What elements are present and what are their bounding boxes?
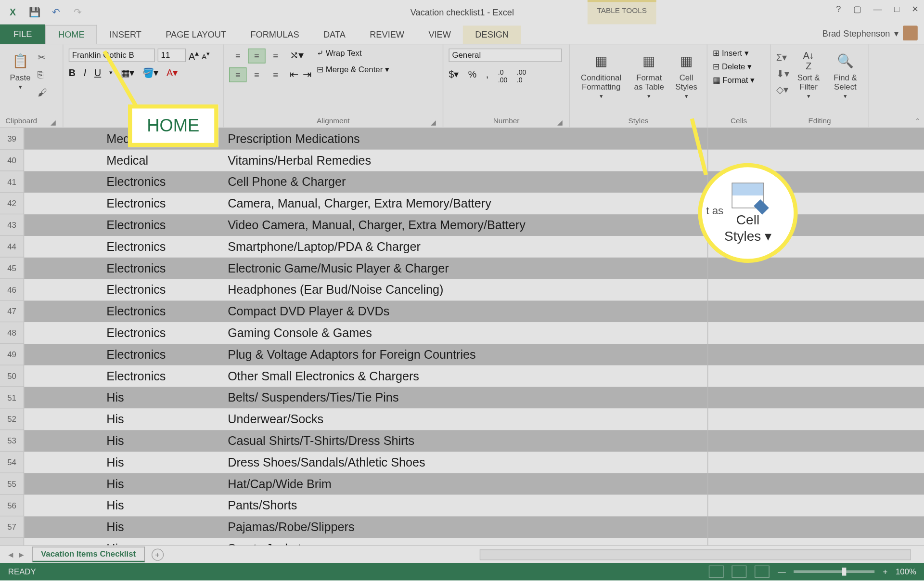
cell-item[interactable]: Hat/Cap/Wide Brim	[222, 477, 707, 491]
align-middle-button[interactable]: ≡	[248, 49, 265, 64]
tab-data[interactable]: DATA	[311, 26, 358, 44]
comma-button[interactable]: ,	[486, 69, 488, 84]
percent-button[interactable]: %	[468, 69, 476, 84]
cell-item[interactable]: Electronic Game/Music Player & Charger	[222, 261, 707, 275]
find-select-button[interactable]: 🔍Find & Select▾	[827, 49, 863, 101]
increase-indent-button[interactable]: ⇥	[303, 68, 311, 81]
table-row[interactable]: HisHat/Cap/Wide Brim	[24, 473, 924, 495]
cell-category[interactable]: Electronics	[101, 240, 222, 254]
row-header[interactable]: 44	[0, 236, 24, 258]
table-row[interactable]: HisDress Shoes/Sandals/Athletic Shoes	[24, 452, 924, 473]
tab-review[interactable]: REVIEW	[358, 26, 416, 44]
cell-category[interactable]: Electronics	[101, 304, 222, 318]
sort-filter-button[interactable]: A↓ZSort & Filter▾	[792, 49, 824, 101]
orientation-button[interactable]: ⤭▾	[290, 49, 311, 62]
zoom-slider[interactable]	[794, 570, 875, 573]
row-header[interactable]: 55	[0, 473, 24, 495]
restore-icon[interactable]: □	[894, 4, 899, 14]
cell-category[interactable]: His	[101, 390, 222, 404]
delete-cells-button[interactable]: ⊟ Delete ▾	[713, 62, 751, 72]
new-sheet-button[interactable]: +	[151, 548, 163, 560]
row-header[interactable]: 50	[0, 365, 24, 387]
minimize-icon[interactable]: —	[873, 4, 882, 14]
row-header[interactable]: 53	[0, 430, 24, 452]
table-row[interactable]: HisPants/Shorts	[24, 495, 924, 517]
cell-item[interactable]: Casual Shirts/T-Shirts/Dress Shirts	[222, 434, 707, 448]
cell-item[interactable]: Plug & Voltage Adaptors for Foreign Coun…	[222, 348, 707, 362]
cell-item[interactable]: Prescription Medications	[222, 132, 707, 146]
number-format-input[interactable]	[449, 49, 562, 62]
cell-styles-button[interactable]: ▦Cell Styles▾	[671, 49, 702, 101]
autosum-button[interactable]: Σ▾	[776, 51, 790, 63]
underline-button[interactable]: U	[94, 67, 101, 78]
paste-button[interactable]: 📋 Paste▾	[5, 49, 35, 92]
tab-view[interactable]: VIEW	[416, 26, 463, 44]
cell-category[interactable]: His	[101, 477, 222, 491]
table-row[interactable]: ElectronicsGaming Console & Games	[24, 322, 924, 344]
sheet-tab[interactable]: Vacation Items Checklist	[32, 546, 144, 562]
collapse-ribbon-icon[interactable]: ⌃	[915, 117, 920, 125]
font-size-input[interactable]	[158, 49, 186, 62]
cell-item[interactable]: Underwear/Socks	[222, 412, 707, 426]
tab-insert[interactable]: INSERT	[97, 26, 154, 44]
cell-category[interactable]: Electronics	[101, 326, 222, 340]
save-icon[interactable]: 💾	[28, 6, 40, 18]
table-row[interactable]: ElectronicsPlug & Voltage Adaptors for F…	[24, 344, 924, 365]
cell-item[interactable]: Pajamas/Robe/Slippers	[222, 520, 707, 534]
close-icon[interactable]: ✕	[911, 4, 919, 14]
tab-file[interactable]: FILE	[0, 24, 45, 44]
row-header[interactable]: 51	[0, 387, 24, 409]
clear-button[interactable]: ◇▾	[776, 84, 790, 96]
fill-color-button[interactable]: 🪣▾	[142, 67, 159, 78]
increase-font-icon[interactable]: A▴	[189, 49, 199, 62]
alignment-launcher-icon[interactable]: ◢	[431, 118, 436, 126]
decrease-decimal-button[interactable]: .00.0	[517, 69, 526, 84]
page-layout-view-button[interactable]	[732, 566, 747, 578]
italic-button[interactable]: I	[84, 67, 86, 78]
copy-icon[interactable]: ⎘	[38, 69, 51, 81]
page-break-view-button[interactable]	[755, 566, 770, 578]
row-header[interactable]: 42	[0, 193, 24, 214]
cell-category[interactable]: Electronics	[101, 348, 222, 362]
cell-item[interactable]: Dress Shoes/Sandals/Athletic Shoes	[222, 455, 707, 469]
wrap-text-button[interactable]: ⤶ Wrap Text	[317, 49, 389, 58]
align-top-button[interactable]: ≡	[229, 49, 246, 64]
row-header[interactable]: 39	[0, 128, 24, 150]
tab-page-layout[interactable]: PAGE LAYOUT	[154, 26, 238, 44]
undo-icon[interactable]: ↶	[50, 6, 62, 18]
decrease-font-icon[interactable]: A▾	[202, 50, 210, 61]
row-header[interactable]: 52	[0, 408, 24, 430]
cell-category[interactable]: Electronics	[101, 369, 222, 383]
row-header[interactable]: 49	[0, 344, 24, 365]
align-left-button[interactable]: ≡	[229, 67, 246, 82]
cell-category[interactable]: Medical	[101, 154, 222, 168]
clipboard-launcher-icon[interactable]: ◢	[51, 118, 56, 126]
number-launcher-icon[interactable]: ◢	[557, 118, 563, 126]
horizontal-scrollbar[interactable]	[480, 549, 911, 559]
tab-design[interactable]: DESIGN	[463, 26, 521, 44]
tab-home[interactable]: HOME	[45, 25, 97, 45]
cell-item[interactable]: Belts/ Suspenders/Ties/Tie Pins	[222, 390, 707, 404]
help-icon[interactable]: ?	[836, 4, 841, 14]
redo-icon[interactable]: ↷	[71, 6, 83, 18]
cell-category[interactable]: Electronics	[101, 283, 222, 297]
table-row[interactable]: HisPajamas/Robe/Slippers	[24, 516, 924, 538]
cell-category[interactable]: Electronics	[101, 175, 222, 189]
cell-item[interactable]: Gaming Console & Games	[222, 326, 707, 340]
table-row[interactable]: MedicalVitamins/Herbal Remedies	[24, 150, 924, 171]
cell-item[interactable]: Pants/Shorts	[222, 498, 707, 512]
cell-category[interactable]: His	[101, 498, 222, 512]
row-headers[interactable]: 39404142434445464748495051525354555657	[0, 128, 24, 546]
cell-category[interactable]: Electronics	[101, 261, 222, 275]
align-center-button[interactable]: ≡	[248, 67, 265, 82]
table-row[interactable]: ElectronicsHeadphones (Ear Bud/Noise Can…	[24, 279, 924, 301]
cell-item[interactable]: Compact DVD Player & DVDs	[222, 304, 707, 318]
tab-formulas[interactable]: FORMULAS	[238, 26, 311, 44]
merge-center-button[interactable]: ⊟ Merge & Center ▾	[317, 65, 389, 74]
align-bottom-button[interactable]: ≡	[267, 49, 284, 64]
cell-item[interactable]: Video Camera, Manual, Charger, Extra Mem…	[222, 218, 707, 232]
table-row[interactable]: ElectronicsOther Small Electronics & Cha…	[24, 365, 924, 387]
row-header[interactable]: 47	[0, 300, 24, 322]
cell-item[interactable]: Cell Phone & Charger	[222, 175, 707, 189]
zoom-level[interactable]: 100%	[896, 567, 916, 576]
